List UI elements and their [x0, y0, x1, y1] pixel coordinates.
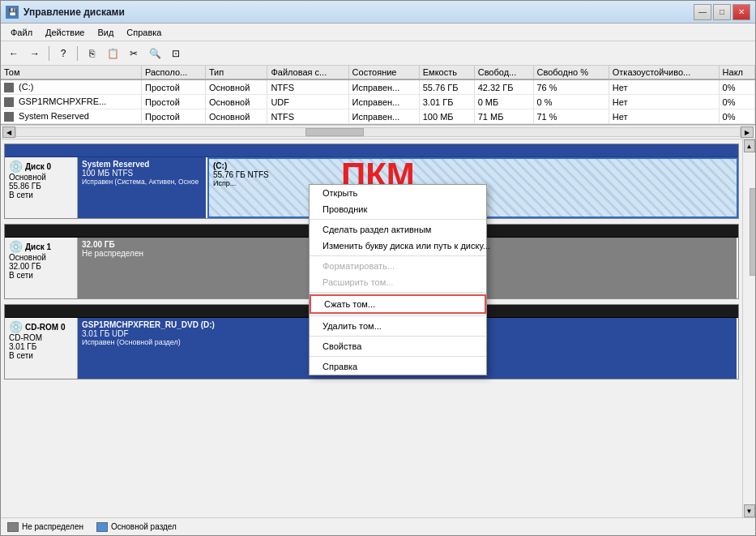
main-window: 💾 Управление дисками — □ ✕ Файл Действие…: [0, 0, 756, 536]
table-row[interactable]: System Reserved Простой Основной NTFS Ис…: [1, 109, 755, 124]
scroll-left-btn[interactable]: ◀: [2, 126, 15, 138]
col-overhead: Накл: [719, 66, 754, 79]
toolbar-separator-1: [49, 46, 49, 61]
cell-volume: (C:): [1, 79, 142, 95]
col-capacity: Емкость: [419, 66, 474, 79]
search-button[interactable]: 🔍: [145, 45, 164, 62]
col-location: Располо...: [142, 66, 206, 79]
legend: Не распределен Основной раздел: [1, 517, 755, 535]
scroll-down-btn[interactable]: ▼: [744, 504, 755, 517]
cell-free-pct: 76 %: [533, 79, 609, 95]
legend-unallocated: Не распределен: [7, 522, 83, 532]
cell-location: Простой: [142, 95, 206, 109]
table-row[interactable]: GSP1RMCHPXFRE... Простой Основной UDF Ис…: [1, 95, 755, 109]
close-button[interactable]: ✕: [733, 4, 750, 20]
cdrom-0-name: 💿 CD-ROM 0: [9, 320, 73, 333]
disk-1-type: Основной: [9, 253, 73, 262]
forward-button[interactable]: →: [25, 45, 45, 62]
scroll-thumb[interactable]: [305, 128, 363, 136]
main-content: Том Располо... Тип Файловая с... Состоян…: [1, 66, 755, 535]
back-button[interactable]: ←: [4, 45, 23, 62]
paste-button[interactable]: 📋: [103, 45, 122, 62]
menu-view[interactable]: Вид: [91, 26, 120, 39]
ctx-sep-1: [310, 219, 486, 220]
copy-button[interactable]: ⎘: [82, 45, 101, 62]
disk-0-size: 55.86 ГБ: [9, 182, 73, 191]
scroll-up-btn[interactable]: ▲: [744, 139, 755, 152]
maximize-button[interactable]: □: [713, 4, 731, 20]
system-reserved-partition[interactable]: System Reserved 100 МБ NTFS Исправен (Си…: [78, 157, 207, 218]
window-title: Управление дисками: [23, 6, 694, 18]
ctx-open[interactable]: Открыть: [310, 185, 486, 201]
ctx-format[interactable]: Форматировать...: [310, 258, 486, 274]
cell-capacity: 3.01 ГБ: [419, 95, 474, 109]
col-fs: Файловая с...: [267, 66, 348, 79]
disk-0-header: [5, 144, 738, 157]
col-volume: Том: [1, 66, 142, 79]
disk-0-status: В сети: [9, 191, 73, 199]
cdrom-0-status: В сети: [9, 351, 73, 360]
cdrom-0-size: 3.01 ГБ: [9, 342, 73, 351]
ctx-expand[interactable]: Расширить том...: [310, 274, 486, 290]
ctx-shrink[interactable]: Сжать том...: [310, 294, 486, 314]
cell-fault: Нет: [609, 79, 719, 95]
disk-0-info: 💿 Диск 0 Основной 55.86 ГБ В сети: [5, 157, 78, 218]
cell-fault: Нет: [609, 95, 719, 109]
col-free: Свобод...: [474, 66, 533, 79]
cell-fs: NTFS: [267, 109, 348, 124]
ctx-change-letter[interactable]: Изменить букву диска или путь к диску...: [310, 238, 486, 254]
disk-view-area: 💿 Диск 0 Основной 55.86 ГБ В сети System…: [1, 139, 755, 517]
menu-action[interactable]: Действие: [39, 26, 91, 39]
table-row[interactable]: (C:) Простой Основной NTFS Исправен... 5…: [1, 79, 755, 95]
scroll-right-btn[interactable]: ▶: [741, 126, 754, 138]
legend-primary-label: Основной раздел: [111, 522, 177, 531]
cut-button[interactable]: ✂: [124, 45, 143, 62]
cell-type: Основной: [205, 79, 267, 95]
ctx-sep-6: [310, 356, 486, 357]
legend-unallocated-label: Не распределен: [22, 522, 83, 531]
ctx-properties[interactable]: Свойства: [310, 338, 486, 354]
cell-overhead: 0%: [719, 95, 754, 109]
ctx-activate[interactable]: Сделать раздел активным: [310, 221, 486, 238]
cell-overhead: 0%: [719, 109, 754, 124]
ctx-help[interactable]: Справка: [310, 358, 486, 375]
cell-overhead: 0%: [719, 79, 754, 95]
scroll-thumb-v[interactable]: [750, 188, 756, 276]
ctx-delete[interactable]: Удалить том...: [310, 318, 486, 334]
cell-capacity: 100 МБ: [419, 109, 474, 124]
cell-status: Исправен...: [348, 109, 419, 124]
cell-free: 71 МБ: [474, 109, 533, 124]
help-button[interactable]: ?: [53, 45, 73, 62]
cell-fs: NTFS: [267, 79, 348, 95]
col-free-pct: Свободно %: [533, 66, 609, 79]
col-type: Тип: [205, 66, 267, 79]
cell-status: Исправен...: [348, 95, 419, 109]
scroll-track[interactable]: [15, 127, 741, 137]
disk-0-name: 💿 Диск 0: [9, 160, 73, 173]
menu-file[interactable]: Файл: [4, 26, 39, 39]
cdrom-0-info: 💿 CD-ROM 0 CD-ROM 3.01 ГБ В сети: [5, 318, 78, 379]
cell-capacity: 55.76 ГБ: [419, 79, 474, 95]
toolbar-separator-2: [77, 46, 78, 61]
title-bar: 💾 Управление дисками — □ ✕: [1, 1, 755, 24]
menu-bar: Файл Действие Вид Справка: [1, 24, 755, 41]
legend-primary: Основной раздел: [96, 522, 177, 532]
cell-fs: UDF: [267, 95, 348, 109]
vertical-scrollbar[interactable]: ▲ ▼: [742, 139, 755, 517]
minimize-button[interactable]: —: [694, 4, 711, 20]
disk-1-info: 💿 Диск 1 Основной 32.00 ГБ В сети: [5, 238, 78, 298]
window-icon: 💾: [6, 6, 19, 19]
extra-button[interactable]: ⊡: [166, 45, 186, 62]
cell-fault: Нет: [609, 109, 719, 124]
ctx-explorer[interactable]: Проводник: [310, 201, 486, 217]
cell-volume: System Reserved: [1, 109, 142, 124]
cell-type: Основной: [205, 109, 267, 124]
cell-type: Основной: [205, 95, 267, 109]
window-controls: — □ ✕: [694, 4, 750, 20]
menu-help[interactable]: Справка: [120, 26, 168, 39]
col-fault: Отказоустойчиво...: [609, 66, 719, 79]
cell-status: Исправен...: [348, 79, 419, 95]
legend-unallocated-box: [7, 522, 19, 532]
disk-1-name: 💿 Диск 1: [9, 240, 73, 253]
horizontal-scrollbar[interactable]: ◀ ▶: [1, 125, 755, 139]
